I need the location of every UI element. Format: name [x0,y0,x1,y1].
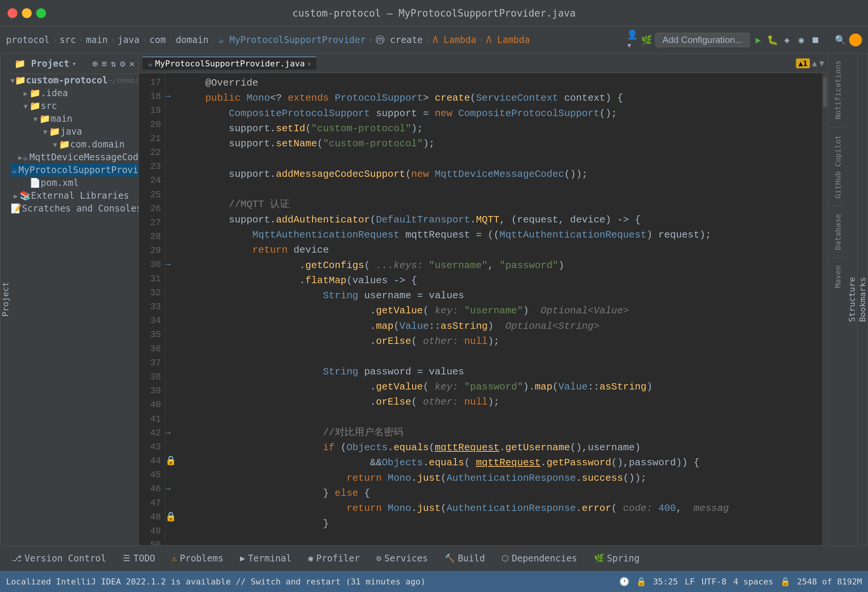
sidebar-close-icon[interactable]: ✕ [129,58,135,69]
bottom-toolbar: ⎇ Version Control ☰ TODO ⚠ Problems ▶ Te… [0,545,868,571]
status-position[interactable]: 35:25 [653,577,678,586]
active-tab[interactable]: ☕ MyProtocolSupportProvider.java ✕ [143,57,316,70]
sidebar-icons: ⊕ ≡ ⇅ ⚙ ✕ [92,58,135,69]
statusbar: Localized IntelliJ IDEA 2022.1.2 is avai… [0,571,868,592]
add-configuration-button[interactable]: Add Configuration... [655,33,750,47]
maximize-button[interactable] [36,8,46,18]
main-area: Project 📁 Project ▾ ⊕ ≡ ⇅ ⚙ ✕ ▼ 📁 custom… [0,54,868,545]
build-icon: 🔨 [445,554,455,563]
stop-icon[interactable]: ⏹ [810,34,821,46]
project-tree: 📁 Project ▾ ⊕ ≡ ⇅ ⚙ ✕ ▼ 📁 custom-protoco… [11,54,139,545]
sidebar-title: 📁 Project [14,58,69,69]
status-encoding[interactable]: UTF-8 [702,577,727,586]
tab-build[interactable]: 🔨 Build [436,551,493,566]
warning-badge: ▲1 [796,58,810,68]
project-panel-label[interactable]: Project [0,54,11,545]
status-indent[interactable]: 4 spaces [733,577,773,586]
tree-item-scratches[interactable]: 📝 Scratches and Consoles [11,202,138,215]
tab-profiler[interactable]: ◉ Profiler [300,551,368,566]
titlebar: custom-protocol – MyProtocolSupportProvi… [0,0,868,26]
tab-spring[interactable]: 🌿 Spring [586,551,648,566]
warnings-nav-down[interactable]: ▼ [819,58,824,68]
services-icon: ⚙ [376,554,381,563]
spring-icon: 🌿 [594,554,604,563]
bc-protocol[interactable]: protocol [6,35,50,45]
close-button[interactable] [8,8,17,18]
tab-terminal[interactable]: ▶ Terminal [232,551,300,566]
status-mem[interactable]: 2548 of 8192M [797,577,862,586]
user-icon[interactable]: 👤▾ [627,34,638,46]
status-lock: 🔒 [780,577,790,586]
tab-services[interactable]: ⚙ Services [368,551,436,566]
debug-icon[interactable]: 🐛 [767,34,778,46]
structure-panel[interactable]: Structure [847,54,857,545]
github-copilot-panel-icon[interactable]: GitHub Copilot [833,132,843,202]
editor-tabs: ☕ MyProtocolSupportProvider.java ✕ ▲1 ▲ … [139,54,828,73]
code-editor: ☕ MyProtocolSupportProvider.java ✕ ▲1 ▲ … [139,54,828,545]
toolbar: protocol › src › main › java › com › dom… [0,26,868,54]
version-control-icon: ⎇ [12,554,21,563]
window-title: custom-protocol – MyProtocolSupportProvi… [292,8,575,19]
vertical-scrollbar[interactable] [822,73,828,545]
services-label: Services [384,553,428,564]
traffic-lights [8,8,46,18]
tree-item-external-libs[interactable]: ▶ 📚 External Libraries [11,189,138,202]
tree-item-custom-protocol[interactable]: ▼ 📁 custom-protocol ~/demo/custom-pro [11,74,138,87]
status-clock-icon: 🕐 [619,577,629,586]
tree-item-comdomain[interactable]: ▼ 📁 com.domain [11,138,138,151]
sidebar-locate-icon[interactable]: ⊕ [92,58,98,69]
status-line-sep[interactable]: LF [685,577,695,586]
line-numbers: 17 18 19 20 21 22 23 24 25 26 27 28 29 3… [139,73,165,545]
database-panel-icon[interactable]: Database [833,211,843,253]
warnings-nav-up[interactable]: ▲ [812,58,817,68]
search-everywhere-icon[interactable]: 🔍 [835,34,846,46]
notifications-panel-icon[interactable]: Notifications [833,57,843,123]
coverage-icon[interactable]: ◈ [781,34,793,46]
tree-item-myprotocol[interactable]: ☕ MyProtocolSupportProvi [11,164,138,176]
problems-icon: ⚠ [172,554,177,563]
status-right: 🕐 🔒 35:25 LF UTF-8 4 spaces 🔒 2548 of 81… [619,577,862,586]
maven-panel-icon[interactable]: Maven [833,262,843,291]
terminal-icon: ▶ [240,554,245,563]
right-notification-panel: Notifications GitHub Copilot Database Ma… [828,54,847,545]
source-code[interactable]: @Override public Mono<? extends Protocol… [176,73,822,545]
sidebar-settings-icon[interactable]: ⚙ [120,58,125,69]
user-avatar[interactable] [849,34,862,46]
tab-todo[interactable]: ☰ TODO [115,551,164,566]
sidebar-sort-icon[interactable]: ⇅ [111,58,116,69]
git-icon[interactable]: 🌿 [641,34,652,46]
sidebar-header: 📁 Project ▾ ⊕ ≡ ⇅ ⚙ ✕ [11,54,138,74]
bookmarks-panel[interactable]: Bookmarks [857,54,868,545]
tab-dependencies[interactable]: ⬡ Dependencies [493,551,585,566]
code-gutter: → → [165,73,176,545]
profiler-icon: ◉ [308,554,313,563]
tab-version-control[interactable]: ⎇ Version Control [4,551,115,566]
profile-icon[interactable]: ◉ [796,34,807,46]
todo-icon: ☰ [123,554,130,563]
tree-item-java[interactable]: ▼ 📁 java [11,125,138,138]
status-lock-icon: 🔒 [636,577,646,586]
status-message: Localized IntelliJ IDEA 2022.1.2 is avai… [6,577,613,586]
code-content: 17 18 19 20 21 22 23 24 25 26 27 28 29 3… [139,73,828,545]
sidebar-scroll-icon[interactable]: ≡ [101,58,107,69]
dependencies-icon: ⬡ [501,554,509,563]
tree-item-mqttdevice[interactable]: ▶ ☕ MqttDeviceMessageCod [11,151,138,164]
run-icon[interactable]: ▶ [753,34,764,46]
minimize-button[interactable] [22,8,32,18]
breadcrumb: protocol › src › main › java › com › dom… [6,34,530,46]
scratches-label: Scratches and Consoles [22,203,138,214]
tab-problems[interactable]: ⚠ Problems [164,551,232,566]
tree-item-src[interactable]: ▼ 📁 src [11,100,138,112]
tree-item-idea[interactable]: ▶ 📁 .idea [11,87,138,100]
tree-item-pomxml[interactable]: 📄 pom.xml [11,176,138,189]
tree-item-main[interactable]: ▼ 📁 main [11,112,138,125]
